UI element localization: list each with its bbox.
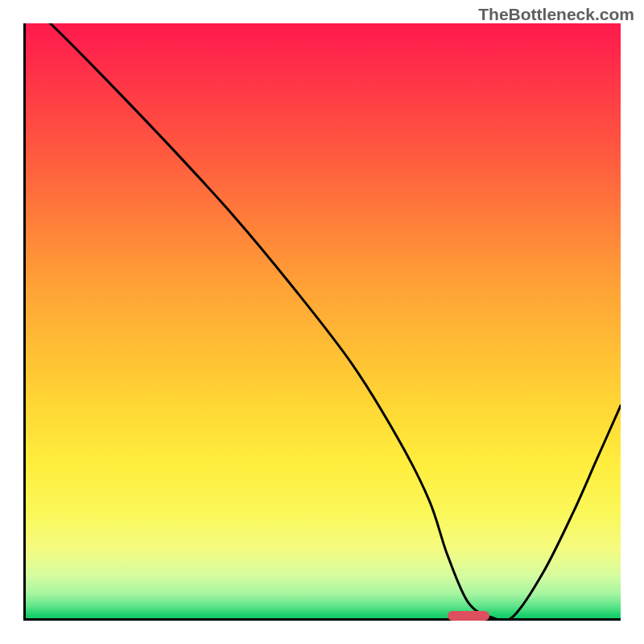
watermark: TheBottleneck.com (478, 5, 634, 24)
plot-area (23, 23, 621, 621)
gradient-background (23, 23, 621, 621)
bottleneck-chart: TheBottleneck.com (0, 0, 644, 644)
